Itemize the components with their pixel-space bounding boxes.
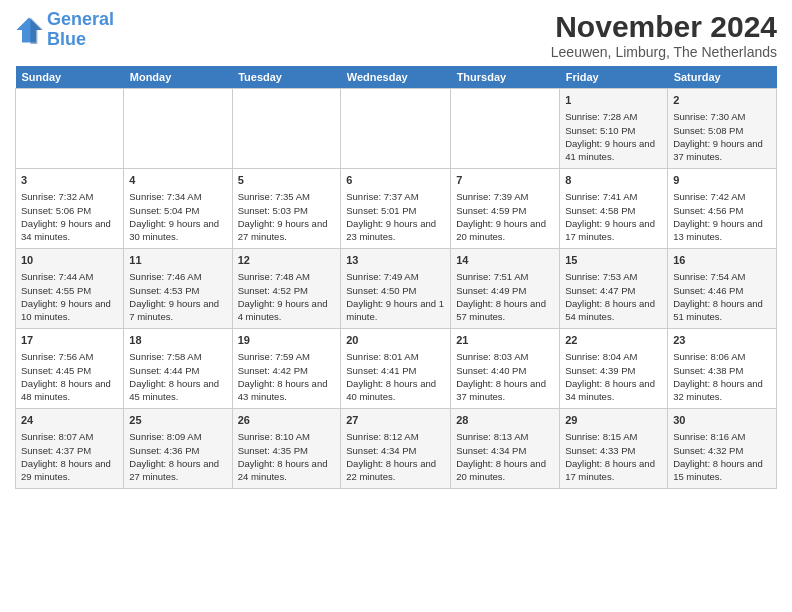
main-title: November 2024 xyxy=(551,10,777,44)
cell-content: Daylight: 9 hours and 20 minutes. xyxy=(456,217,554,244)
cell-content: Sunrise: 8:13 AM xyxy=(456,430,554,443)
cell-2-4: 6Sunrise: 7:37 AMSunset: 5:01 PMDaylight… xyxy=(341,169,451,249)
cell-content: Daylight: 9 hours and 4 minutes. xyxy=(238,297,336,324)
cell-4-3: 19Sunrise: 7:59 AMSunset: 4:42 PMDayligh… xyxy=(232,329,341,409)
cell-content: Daylight: 9 hours and 27 minutes. xyxy=(238,217,336,244)
cell-content: Daylight: 8 hours and 29 minutes. xyxy=(21,457,118,484)
cell-content: Sunset: 4:44 PM xyxy=(129,364,226,377)
cell-2-3: 5Sunrise: 7:35 AMSunset: 5:03 PMDaylight… xyxy=(232,169,341,249)
cell-content: Sunrise: 8:12 AM xyxy=(346,430,445,443)
cell-3-3: 12Sunrise: 7:48 AMSunset: 4:52 PMDayligh… xyxy=(232,249,341,329)
cell-content: Sunset: 4:33 PM xyxy=(565,444,662,457)
cell-content: Sunrise: 7:34 AM xyxy=(129,190,226,203)
cell-1-4 xyxy=(341,89,451,169)
cell-content: Sunrise: 7:30 AM xyxy=(673,110,771,123)
page: General Blue November 2024 Leeuwen, Limb… xyxy=(0,0,792,499)
cell-content: Sunrise: 7:49 AM xyxy=(346,270,445,283)
day-number: 3 xyxy=(21,173,118,188)
cell-content: Sunrise: 8:03 AM xyxy=(456,350,554,363)
col-header-tuesday: Tuesday xyxy=(232,66,341,89)
cell-content: Sunset: 4:40 PM xyxy=(456,364,554,377)
cell-content: Daylight: 8 hours and 51 minutes. xyxy=(673,297,771,324)
cell-3-7: 16Sunrise: 7:54 AMSunset: 4:46 PMDayligh… xyxy=(668,249,777,329)
cell-content: Sunset: 5:01 PM xyxy=(346,204,445,217)
cell-5-2: 25Sunrise: 8:09 AMSunset: 4:36 PMDayligh… xyxy=(124,409,232,489)
cell-content: Sunrise: 8:10 AM xyxy=(238,430,336,443)
header: General Blue November 2024 Leeuwen, Limb… xyxy=(15,10,777,60)
cell-5-7: 30Sunrise: 8:16 AMSunset: 4:32 PMDayligh… xyxy=(668,409,777,489)
day-number: 18 xyxy=(129,333,226,348)
cell-content: Daylight: 8 hours and 24 minutes. xyxy=(238,457,336,484)
cell-content: Sunset: 4:36 PM xyxy=(129,444,226,457)
day-number: 21 xyxy=(456,333,554,348)
cell-2-5: 7Sunrise: 7:39 AMSunset: 4:59 PMDaylight… xyxy=(451,169,560,249)
cell-content: Sunset: 4:41 PM xyxy=(346,364,445,377)
col-header-wednesday: Wednesday xyxy=(341,66,451,89)
day-number: 15 xyxy=(565,253,662,268)
cell-content: Sunset: 4:38 PM xyxy=(673,364,771,377)
logo-text: General Blue xyxy=(47,10,114,50)
cell-content: Sunrise: 8:15 AM xyxy=(565,430,662,443)
title-block: November 2024 Leeuwen, Limburg, The Neth… xyxy=(551,10,777,60)
col-header-thursday: Thursday xyxy=(451,66,560,89)
day-number: 17 xyxy=(21,333,118,348)
cell-content: Sunrise: 7:39 AM xyxy=(456,190,554,203)
cell-content: Sunset: 4:50 PM xyxy=(346,284,445,297)
cell-content: Sunrise: 7:44 AM xyxy=(21,270,118,283)
col-header-monday: Monday xyxy=(124,66,232,89)
cell-content: Sunrise: 7:54 AM xyxy=(673,270,771,283)
col-header-saturday: Saturday xyxy=(668,66,777,89)
cell-content: Sunrise: 8:07 AM xyxy=(21,430,118,443)
cell-content: Sunset: 5:04 PM xyxy=(129,204,226,217)
week-row-2: 3Sunrise: 7:32 AMSunset: 5:06 PMDaylight… xyxy=(16,169,777,249)
cell-content: Sunrise: 7:58 AM xyxy=(129,350,226,363)
cell-content: Sunrise: 8:04 AM xyxy=(565,350,662,363)
day-number: 10 xyxy=(21,253,118,268)
cell-2-6: 8Sunrise: 7:41 AMSunset: 4:58 PMDaylight… xyxy=(560,169,668,249)
day-number: 28 xyxy=(456,413,554,428)
cell-content: Sunrise: 8:16 AM xyxy=(673,430,771,443)
cell-content: Sunset: 4:39 PM xyxy=(565,364,662,377)
cell-4-7: 23Sunrise: 8:06 AMSunset: 4:38 PMDayligh… xyxy=(668,329,777,409)
cell-content: Daylight: 8 hours and 37 minutes. xyxy=(456,377,554,404)
cell-1-7: 2Sunrise: 7:30 AMSunset: 5:08 PMDaylight… xyxy=(668,89,777,169)
day-number: 29 xyxy=(565,413,662,428)
cell-content: Sunrise: 8:09 AM xyxy=(129,430,226,443)
cell-content: Daylight: 8 hours and 57 minutes. xyxy=(456,297,554,324)
cell-1-2 xyxy=(124,89,232,169)
cell-content: Sunset: 5:03 PM xyxy=(238,204,336,217)
cell-content: Sunrise: 7:41 AM xyxy=(565,190,662,203)
cell-content: Daylight: 9 hours and 17 minutes. xyxy=(565,217,662,244)
cell-content: Daylight: 8 hours and 27 minutes. xyxy=(129,457,226,484)
day-number: 6 xyxy=(346,173,445,188)
cell-3-4: 13Sunrise: 7:49 AMSunset: 4:50 PMDayligh… xyxy=(341,249,451,329)
cell-4-1: 17Sunrise: 7:56 AMSunset: 4:45 PMDayligh… xyxy=(16,329,124,409)
cell-content: Daylight: 9 hours and 7 minutes. xyxy=(129,297,226,324)
cell-content: Sunset: 4:42 PM xyxy=(238,364,336,377)
cell-content: Sunrise: 7:28 AM xyxy=(565,110,662,123)
cell-1-3 xyxy=(232,89,341,169)
cell-content: Sunset: 4:52 PM xyxy=(238,284,336,297)
cell-content: Daylight: 9 hours and 1 minute. xyxy=(346,297,445,324)
day-number: 2 xyxy=(673,93,771,108)
cell-5-3: 26Sunrise: 8:10 AMSunset: 4:35 PMDayligh… xyxy=(232,409,341,489)
week-row-5: 24Sunrise: 8:07 AMSunset: 4:37 PMDayligh… xyxy=(16,409,777,489)
week-row-1: 1Sunrise: 7:28 AMSunset: 5:10 PMDaylight… xyxy=(16,89,777,169)
week-row-4: 17Sunrise: 7:56 AMSunset: 4:45 PMDayligh… xyxy=(16,329,777,409)
svg-marker-1 xyxy=(30,17,43,44)
cell-content: Sunset: 5:10 PM xyxy=(565,124,662,137)
day-number: 14 xyxy=(456,253,554,268)
day-number: 30 xyxy=(673,413,771,428)
cell-content: Daylight: 9 hours and 37 minutes. xyxy=(673,137,771,164)
day-number: 19 xyxy=(238,333,336,348)
cell-3-1: 10Sunrise: 7:44 AMSunset: 4:55 PMDayligh… xyxy=(16,249,124,329)
cell-content: Sunset: 4:45 PM xyxy=(21,364,118,377)
cell-content: Daylight: 9 hours and 23 minutes. xyxy=(346,217,445,244)
day-number: 4 xyxy=(129,173,226,188)
cell-content: Sunset: 4:34 PM xyxy=(346,444,445,457)
day-number: 20 xyxy=(346,333,445,348)
cell-2-7: 9Sunrise: 7:42 AMSunset: 4:56 PMDaylight… xyxy=(668,169,777,249)
logo: General Blue xyxy=(15,10,114,50)
cell-content: Sunset: 4:46 PM xyxy=(673,284,771,297)
cell-1-6: 1Sunrise: 7:28 AMSunset: 5:10 PMDaylight… xyxy=(560,89,668,169)
